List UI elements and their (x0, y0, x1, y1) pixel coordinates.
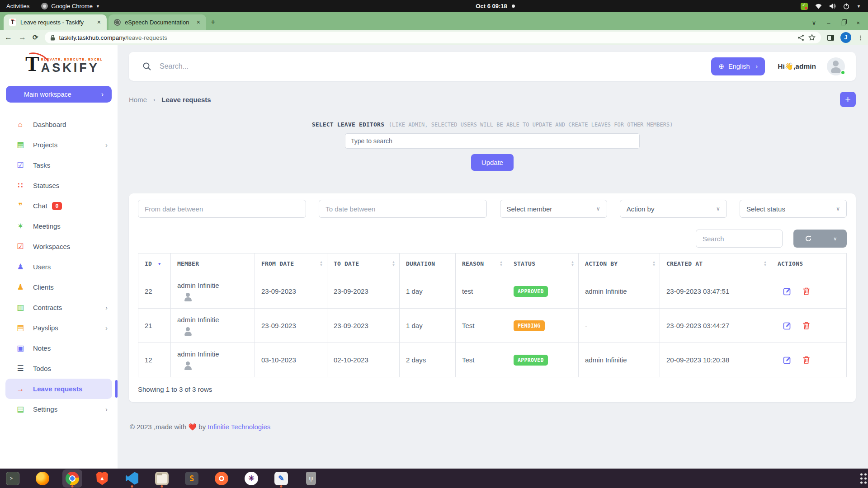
refresh-split-button[interactable]: ∨ (793, 230, 847, 248)
leave-editors-search-input[interactable] (345, 133, 640, 149)
taskbar-files-icon[interactable] (152, 469, 172, 488)
language-button[interactable]: ⊕ English › (711, 57, 765, 75)
app-menu-label: Google Chrome (51, 3, 93, 9)
edit-icon[interactable] (783, 356, 792, 364)
chevron-down-icon: ∨ (716, 206, 720, 212)
update-button[interactable]: Update (471, 154, 514, 171)
taskbar-brave-icon[interactable]: ▲ (92, 469, 112, 488)
sidebar-item-workspaces[interactable]: ☑ Workspaces (0, 236, 118, 257)
refresh-icon[interactable] (793, 230, 824, 248)
taskbar-sublime-icon[interactable]: S (182, 469, 202, 488)
sidebar-item-users[interactable]: ♟ Users (0, 257, 118, 277)
infinitie-link[interactable]: Infinitie Technologies (208, 423, 270, 431)
delete-icon[interactable] (802, 321, 810, 330)
edit-icon[interactable] (783, 287, 792, 296)
dots-grid-icon: ∷ (15, 181, 25, 190)
workspace-switcher-button[interactable]: Main workspace › (6, 86, 112, 103)
sidebar-item-chat[interactable]: ❞ Chat 0 (0, 196, 118, 216)
sidebar-item-meetings[interactable]: ✶ Meetings (0, 216, 118, 236)
to-date-filter-input[interactable] (319, 200, 487, 218)
restore-button[interactable] (841, 21, 845, 25)
taskbar-firefox-icon[interactable] (33, 469, 52, 488)
sidebar-item-clients[interactable]: ♟ Clients (0, 277, 118, 297)
side-panel-icon[interactable] (827, 35, 834, 41)
close-window-button[interactable]: × (856, 19, 860, 26)
sidebar-item-projects[interactable]: ▦ Projects › (0, 135, 118, 155)
status-badge: APPROVED (514, 355, 548, 366)
screen: Activities Google Chrome ▼ Oct 6 09:18 ▼… (0, 0, 868, 488)
sort-icon: ▲▼ (500, 261, 502, 267)
taskbar-postman-icon[interactable] (212, 469, 231, 488)
from-date-filter-input[interactable] (138, 200, 306, 218)
taskbar-vscode-icon[interactable] (122, 469, 142, 488)
column-header-action-by[interactable]: ACTION BY▲▼ (579, 253, 660, 274)
add-leave-request-button[interactable]: + (840, 92, 856, 107)
sidebar-item-notes[interactable]: ▣ Notes (0, 338, 118, 358)
table-search-input[interactable] (696, 230, 783, 248)
chevron-down-icon: ∨ (836, 206, 840, 212)
chevron-down-icon: ∨ (596, 206, 600, 212)
share-icon[interactable] (797, 34, 804, 41)
reload-button[interactable]: ⟳ (33, 33, 38, 42)
caret-down-icon: ▼ (96, 4, 100, 9)
sidebar-item-statuses[interactable]: ∷ Statuses (0, 175, 118, 196)
browser-profile-avatar[interactable]: J (840, 32, 851, 43)
column-header-status[interactable]: STATUS▲▼ (507, 253, 579, 274)
column-header-created-at[interactable]: CREATED AT▲▼ (660, 253, 771, 274)
sidebar-item-tasks[interactable]: ☑ Tasks (0, 155, 118, 175)
chevron-right-icon: › (105, 405, 108, 413)
minimize-button[interactable]: – (827, 19, 830, 26)
sidebar-item-contracts[interactable]: ▥ Contracts › (0, 297, 118, 318)
delete-icon[interactable] (802, 356, 810, 364)
delete-icon[interactable] (802, 287, 810, 296)
sidebar-item-todos[interactable]: ☰ Todos (0, 358, 118, 379)
app-grid-icon[interactable] (860, 473, 863, 475)
tab-leave-requests[interactable]: T Leave requests - Taskify × (4, 14, 107, 30)
sidebar-item-settings[interactable]: ▤ Settings › (0, 399, 118, 419)
column-header-to-date[interactable]: TO DATE▲▼ (327, 253, 400, 274)
search-icon (142, 62, 151, 71)
forward-button[interactable]: → (19, 33, 26, 42)
status-filter-select[interactable]: Select status ∨ (740, 200, 847, 218)
clock[interactable]: Oct 6 09:18 (190, 3, 801, 9)
taskbar-terminal-icon[interactable]: >_ (3, 469, 23, 488)
column-header-duration[interactable]: DURATION (400, 253, 456, 274)
column-header-reason[interactable]: REASON▲▼ (456, 253, 507, 274)
edit-icon[interactable] (783, 321, 792, 330)
bookmark-star-icon[interactable] (808, 34, 816, 41)
new-tab-button[interactable]: + (211, 18, 216, 27)
activities-button[interactable]: Activities (6, 3, 29, 9)
sidebar-item-payslips[interactable]: ▤ Payslips › (0, 318, 118, 338)
main-content: ⊕ English › Hi👋,admin Home › Leave reque… (118, 45, 868, 469)
action-by-filter-select[interactable]: Action by ∨ (620, 200, 727, 218)
column-header-from-date[interactable]: FROM DATE▲▼ (255, 253, 327, 274)
chevron-down-icon[interactable]: ∨ (824, 230, 847, 248)
sidebar-item-leave-requests[interactable]: → Leave requests (5, 379, 112, 399)
back-button[interactable]: ← (5, 33, 12, 42)
taskbar-slack-icon[interactable]: ✳ (241, 469, 261, 488)
status-badge: APPROVED (514, 286, 548, 297)
tab-search-chevron-icon[interactable]: ∨ (812, 19, 816, 26)
column-header-id[interactable]: ID▼ (138, 253, 171, 274)
sidebar-item-dashboard[interactable]: ⌂ Dashboard (0, 114, 118, 135)
cell-to-date: 23-09-2023 (327, 309, 400, 343)
browser-menu-icon[interactable]: ⋮ (858, 34, 863, 41)
breadcrumb-home[interactable]: Home (129, 96, 147, 103)
notification-dot-icon (512, 5, 515, 8)
globe-icon: ⊕ (718, 62, 724, 70)
taskbar-text-editor-icon[interactable]: ✎ (271, 469, 291, 488)
tab-espeech-docs[interactable]: eSpeech Documentation × (108, 14, 206, 30)
column-header-member[interactable]: MEMBER (171, 253, 255, 274)
cell-from-date: 03-10-2023 (255, 343, 327, 377)
global-search-input[interactable] (160, 62, 349, 70)
taskbar-usb-icon[interactable]: ψ (301, 469, 321, 488)
tab-close-icon[interactable]: × (195, 19, 202, 26)
tab-close-icon[interactable]: × (96, 19, 102, 26)
member-filter-select[interactable]: Select member ∨ (500, 200, 607, 218)
app-menu[interactable]: Google Chrome ▼ (41, 3, 100, 9)
taskify-logo[interactable]: T ELEVATE, EXECUTE, EXCEL ASKIFY (0, 45, 118, 80)
taskbar-chrome-icon[interactable] (62, 469, 82, 488)
system-tray[interactable]: ▼ (801, 3, 868, 10)
url-bar[interactable]: taskify.taskhub.company/leave-requests (45, 32, 821, 43)
user-avatar[interactable] (827, 57, 845, 75)
